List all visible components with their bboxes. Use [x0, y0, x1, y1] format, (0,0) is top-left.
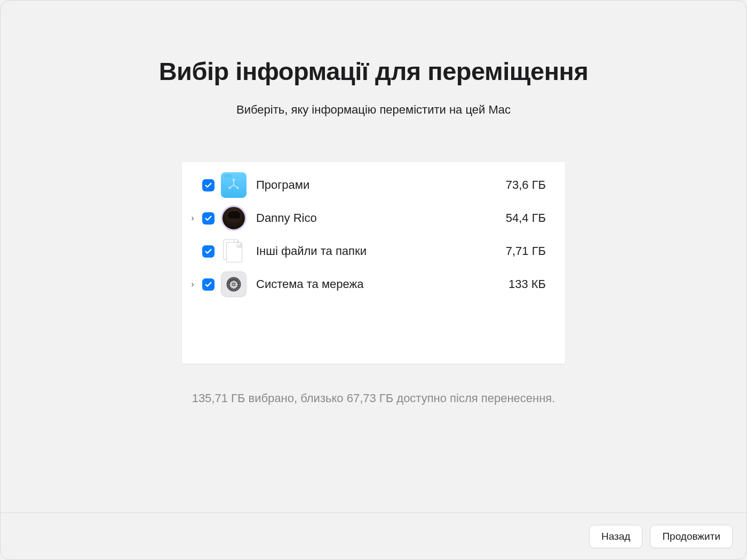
checkmark-icon — [204, 281, 212, 289]
transfer-item-row[interactable]: › Danny Rico 54,4 ГБ — [188, 202, 546, 235]
checkmark-icon — [204, 214, 212, 222]
item-checkbox[interactable] — [202, 245, 214, 258]
item-checkbox[interactable] — [202, 212, 214, 225]
item-label: Програми — [256, 178, 500, 192]
transfer-item-row[interactable]: › Програми 73,6 ГБ — [188, 169, 546, 202]
documents-icon — [221, 238, 247, 264]
item-size: 133 КБ — [508, 277, 546, 291]
item-label: Система та мережа — [256, 277, 503, 291]
disclosure-icon[interactable]: › — [188, 213, 197, 223]
continue-button[interactable]: Продовжити — [650, 525, 733, 548]
page-subtitle: Виберіть, яку інформацію перемістити на … — [1, 103, 746, 117]
applications-folder-icon — [221, 172, 247, 198]
checkmark-icon — [204, 247, 212, 255]
back-button[interactable]: Назад — [589, 525, 642, 548]
transfer-item-row[interactable]: › Інші файли та папки 7,71 ГБ — [188, 235, 546, 268]
checkmark-icon — [204, 181, 212, 189]
svg-point-1 — [229, 187, 231, 189]
item-size: 54,4 ГБ — [506, 211, 546, 225]
footer-bar: Назад Продовжити — [1, 513, 746, 559]
transfer-item-row[interactable]: › Система та мережа 133 КБ — [188, 268, 546, 301]
item-size: 73,6 ГБ — [506, 178, 546, 192]
item-label: Danny Rico — [256, 211, 500, 225]
item-checkbox[interactable] — [202, 278, 214, 291]
item-label: Інші файли та папки — [256, 244, 500, 258]
transfer-items-panel: › Програми 73,6 ГБ › Danny Rico 54,4 ГБ … — [182, 162, 565, 364]
page-title: Вибір інформації для переміщення — [1, 57, 746, 86]
svg-point-6 — [233, 283, 234, 285]
svg-point-2 — [237, 187, 239, 189]
disclosure-icon[interactable]: › — [188, 279, 197, 290]
item-size: 7,71 ГБ — [506, 244, 546, 258]
svg-point-0 — [233, 179, 235, 181]
system-settings-icon — [221, 271, 247, 297]
item-checkbox[interactable] — [202, 179, 214, 191]
selection-summary: 135,71 ГБ вибрано, близько 67,73 ГБ дост… — [1, 391, 746, 405]
user-avatar-icon — [221, 205, 247, 231]
